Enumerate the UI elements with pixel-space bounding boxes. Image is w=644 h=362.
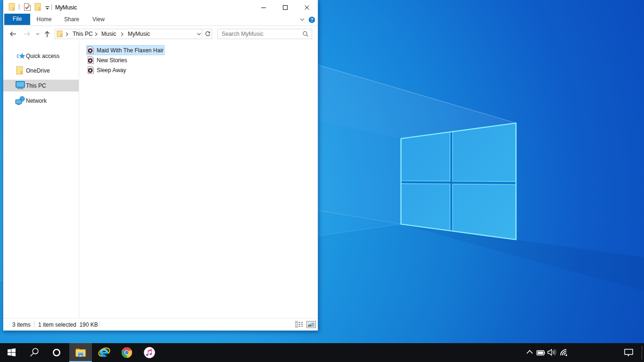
svg-text:?: ? — [310, 17, 313, 23]
